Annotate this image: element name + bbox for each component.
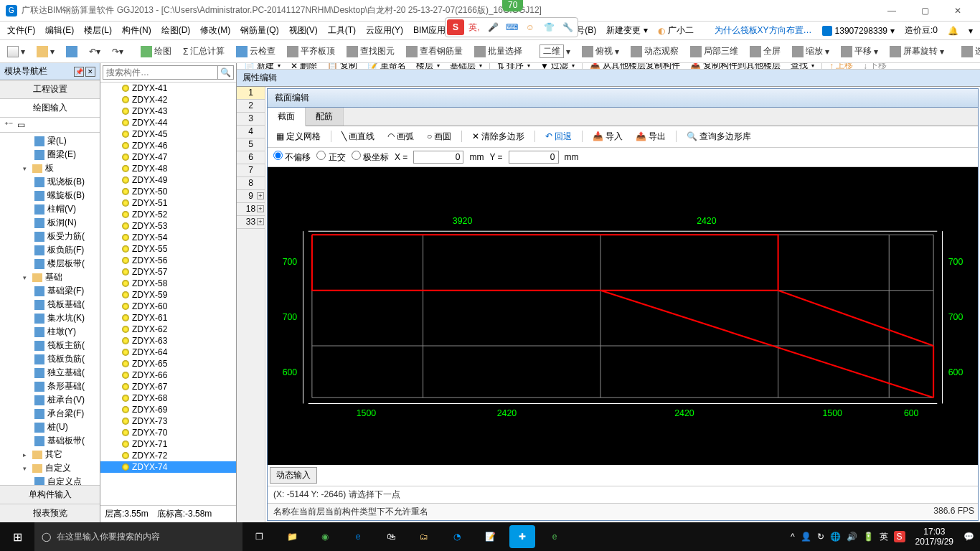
nav-close-icon[interactable]: ✕ — [85, 67, 95, 77]
tb-draw[interactable]: 绘图 — [138, 44, 174, 59]
tree-zdyd[interactable]: 自定义点 — [0, 475, 100, 485]
list-item[interactable]: ZDYX-73 — [100, 415, 236, 427]
nav-btn-single[interactable]: 单构件输入 — [0, 485, 100, 504]
tb-save[interactable] — [63, 44, 80, 59]
nav-tab-draw[interactable]: 绘图输入 — [0, 99, 100, 118]
tree-zd[interactable]: 柱墩(Y) — [0, 325, 100, 339]
list-item[interactable]: ZDYX-67 — [100, 381, 236, 392]
list-item[interactable]: ZDYX-66 — [100, 369, 236, 381]
tree-ringbeam[interactable]: 圈梁(E) — [0, 148, 100, 161]
tray-notifications-icon[interactable]: 💬 — [963, 532, 974, 542]
list-item[interactable]: ZDYX-52 — [100, 209, 236, 220]
nav-pin-icon[interactable]: 📌 — [74, 67, 84, 77]
tb-new[interactable]: ▾ — [4, 44, 28, 59]
menu-coins[interactable]: 造价豆:0 — [900, 23, 942, 38]
tree-lcbd[interactable]: 楼层板带( — [0, 257, 100, 270]
sb-circle[interactable]: ○ 画圆 — [424, 129, 454, 144]
tb-batchsel[interactable]: 批量选择 — [471, 44, 525, 59]
tb-selfloor[interactable]: 选择楼层 — [958, 44, 980, 59]
list-item[interactable]: ZDYX-55 — [100, 243, 236, 255]
tb-delete[interactable]: ✕ 删除 — [288, 63, 320, 70]
tree-jichu-folder[interactable]: ▾基础 — [0, 270, 100, 284]
list-item[interactable]: ZDYX-53 — [100, 220, 236, 232]
menu-tools[interactable]: 工具(T) — [324, 23, 360, 38]
list-item[interactable]: ZDYX-60 — [100, 301, 236, 312]
ime-toolbar[interactable]: S 英, 🎤 ⌨ ☺ 👕 🔧 — [445, 17, 578, 37]
menu-modify[interactable]: 修改(M) — [196, 23, 235, 38]
row-label[interactable]: 6 — [237, 151, 265, 164]
app-ggj-icon[interactable]: ✚ — [509, 525, 535, 548]
menu-member[interactable]: 构件(N) — [118, 23, 156, 38]
radio-ortho[interactable]: 正交 — [316, 151, 345, 164]
tb-pan[interactable]: 平移▾ — [838, 44, 881, 59]
list-item[interactable]: ZDYX-48 — [100, 163, 236, 174]
menu-bell-icon[interactable]: 🔔 — [943, 24, 963, 37]
tree-zm[interactable]: 柱帽(V) — [0, 202, 100, 216]
app-store-icon[interactable]: 🛍 — [374, 522, 407, 551]
nav-btn-report[interactable]: 报表预览 — [0, 504, 100, 522]
tb-movedown[interactable]: ↓ 下移 — [860, 63, 890, 70]
radio-polar[interactable]: 极坐标 — [352, 151, 389, 164]
tb-baselayer[interactable]: 基础层 — [447, 63, 485, 70]
tray-sync-icon[interactable]: ↻ — [817, 532, 824, 542]
menu-rebar[interactable]: 钢筋量(Q) — [236, 23, 283, 38]
list-item[interactable]: ZDYX-63 — [100, 335, 236, 347]
list-item[interactable]: ZDYX-49 — [100, 174, 236, 186]
tb-fullscreen[interactable]: 全屏 — [747, 44, 783, 59]
taskview-icon[interactable]: ❐ — [242, 522, 275, 551]
list-item[interactable]: ZDYX-74 — [100, 461, 236, 473]
tree-jcbd[interactable]: 基础板带( — [0, 434, 100, 448]
tree-bd[interactable]: 板洞(N) — [0, 216, 100, 230]
tb-filter[interactable]: ▼ 过滤 — [537, 63, 578, 70]
tray-network-icon[interactable]: 🌐 — [830, 532, 841, 542]
tb-copyfrom[interactable]: 📥 从其他楼层复制构件 — [587, 63, 683, 70]
list-item[interactable]: ZDYX-65 — [100, 358, 236, 369]
sb-clear[interactable]: ✕ 清除多边形 — [469, 129, 527, 144]
tb-sort[interactable]: ⇅ 排序 — [494, 63, 533, 70]
sb-libquery[interactable]: 🔍 查询多边形库 — [684, 129, 754, 144]
menu-tip-link[interactable]: 为什么筏板XY方向布置… — [710, 23, 816, 38]
tree-bfj[interactable]: 板负筋(F) — [0, 243, 100, 257]
taskbar-clock[interactable]: 17:03 2017/9/29 — [911, 527, 958, 547]
sb-grid[interactable]: ▦ 定义网格 — [273, 129, 324, 144]
row-label[interactable]: 2 — [237, 100, 265, 113]
list-item[interactable]: ZDYX-59 — [100, 289, 236, 301]
list-item[interactable]: ZDYX-50 — [100, 186, 236, 197]
app-explorer-icon[interactable]: 🗂 — [407, 522, 440, 551]
tb-local3d[interactable]: 局部三维 — [687, 44, 741, 59]
tree-board-folder[interactable]: ▾板 — [0, 161, 100, 175]
tb-moveup[interactable]: ↑ 上移 — [826, 63, 856, 70]
tree-bslj[interactable]: 板受力筋( — [0, 230, 100, 243]
ime-lang-icon[interactable]: 英, — [466, 19, 483, 35]
list-item[interactable]: ZDYX-43 — [100, 105, 236, 117]
tree-xjb[interactable]: 现浇板(B) — [0, 175, 100, 189]
tree-zct[interactable]: 桩承台(V) — [0, 393, 100, 407]
tree-fbjc[interactable]: 筏板基础( — [0, 298, 100, 311]
list-item[interactable]: ZDYX-47 — [100, 151, 236, 163]
row-label[interactable]: 18+ — [237, 203, 265, 216]
tb-rename[interactable]: 📝 重命名 — [364, 63, 409, 70]
tb-new-member[interactable]: 📄 新建 — [241, 63, 283, 70]
menu-phone[interactable]: 13907298339 ▾ — [818, 24, 899, 37]
menu-cloud[interactable]: 云应用(Y) — [362, 23, 407, 38]
list-item[interactable]: ZDYX-58 — [100, 278, 236, 289]
app-360-icon[interactable]: ◉ — [308, 522, 341, 551]
app-edge-icon[interactable]: e — [341, 522, 374, 551]
app-360se-icon[interactable]: e — [538, 522, 571, 551]
menu-draw[interactable]: 绘图(D) — [157, 23, 195, 38]
taskbar-search[interactable]: ◯ 在这里输入你要搜索的内容 — [34, 522, 242, 551]
list-item[interactable]: ZDYX-56 — [100, 255, 236, 266]
tree-zhuang[interactable]: 桩(U) — [0, 420, 100, 434]
tray-up-icon[interactable]: ^ — [791, 532, 795, 542]
menu-file[interactable]: 文件(F) — [3, 23, 39, 38]
list-item[interactable]: ZDYX-68 — [100, 392, 236, 404]
y-input[interactable] — [509, 151, 559, 164]
tb-redo[interactable]: ↷▾ — [109, 45, 126, 58]
dynamic-input-button[interactable]: 动态输入 — [270, 467, 317, 484]
ime-face-icon[interactable]: ☺ — [522, 19, 539, 35]
sb-undo[interactable]: ↶ 回退 — [542, 129, 575, 144]
tb-viewrebar[interactable]: 查看钢筋量 — [403, 44, 466, 59]
nav-collapse-icon[interactable]: ▭ — [17, 120, 25, 130]
row-label[interactable]: 9+ — [237, 190, 265, 203]
list-item[interactable]: ZDYX-45 — [100, 128, 236, 140]
